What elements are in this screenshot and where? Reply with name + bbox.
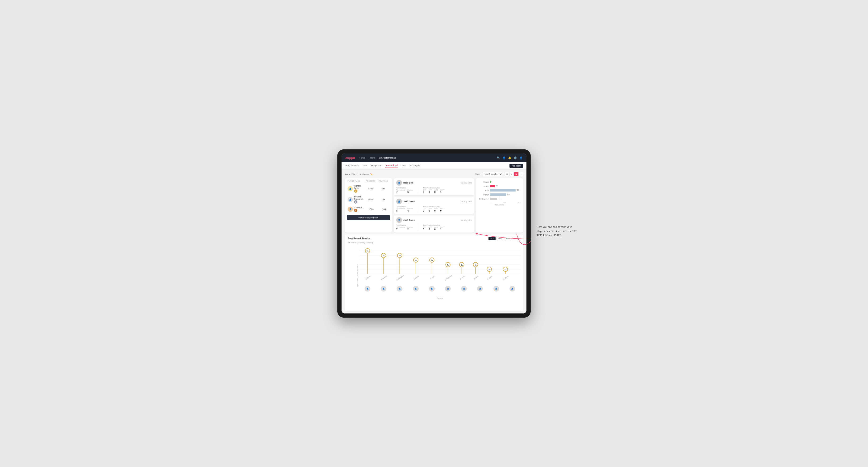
pc-stats-3: Total Rounds Tournament 7 Practice: [396, 224, 472, 231]
tab-hcaps[interactable]: Hcaps 1-5: [371, 164, 381, 167]
edit-icon[interactable]: ✏️: [370, 173, 373, 175]
pc-name-2: Josh Coles: [403, 200, 415, 203]
view-icons: ⊞ ≡ ▦ ↕: [505, 172, 523, 176]
player-info-1: 👤 Richard Butler 1: [348, 185, 363, 193]
lb-row-2[interactable]: 👤 Edward Crossman 2 18/20 107: [347, 194, 390, 205]
pc-tournament-1: 7: [396, 191, 405, 193]
tab-tour[interactable]: Tour: [401, 164, 406, 167]
bar-label-bogeys: Bogeys: [478, 194, 489, 196]
pc-avatar-3: 👤: [396, 217, 402, 223]
player-name-badge-1: Richard Butler 1: [354, 185, 363, 193]
svg-text:E. Ebert: E. Ebert: [365, 276, 371, 280]
filter-icon[interactable]: ↕: [519, 172, 523, 176]
streak-avatar-1: 👤: [365, 286, 370, 291]
col-player-name: PLAYER NAME: [348, 180, 363, 182]
player-avatars-row: 👤 👤 👤 👤 👤 👤 👤 👤 👤 👤: [360, 285, 520, 291]
bar-value-birdies: 96: [496, 185, 497, 187]
settings-icon[interactable]: ⚙️: [514, 156, 517, 159]
bar-label-dbogeys: D. Bogeys +: [478, 198, 489, 200]
streak-chart-container: Best Streak, Fairway Accuracy 7 6: [348, 246, 520, 309]
lb-row-3[interactable]: 👤 Cameron... 3 17/20 103: [347, 205, 390, 213]
svg-text:5x: 5x: [431, 259, 433, 261]
svg-text:6x: 6x: [383, 255, 385, 257]
tab-team-clippd[interactable]: Team Clippd: [385, 164, 398, 167]
pc-name-3: Josh Coles: [403, 219, 415, 221]
pc-app-1: 0: [429, 191, 432, 193]
view-full-leaderboard-button[interactable]: View Full Leaderboard: [347, 215, 390, 220]
streaks-header: Best Round Streaks OTT APP ARG PUTT: [348, 237, 520, 240]
lb-row-1[interactable]: 👤 Richard Butler 1 19/20 110: [347, 184, 390, 194]
card-view-icon[interactable]: ▦: [514, 172, 519, 176]
list-view-icon[interactable]: ≡: [509, 172, 514, 176]
bar-label-eagles: Eagles: [478, 181, 489, 183]
annotation-text: Here you can see streaks your players ha…: [536, 225, 577, 237]
pc-date-2: 26 Aug 2023: [461, 200, 472, 203]
grid-view-icon[interactable]: ⊞: [505, 172, 509, 176]
streaks-section: Best Round Streaks OTT APP ARG PUTT Off …: [345, 235, 523, 311]
rank-badge-3: 3: [354, 209, 357, 212]
leaderboard-panel: PLAYER NAME PB SCORE PB AVG SQ 👤 Richard…: [345, 178, 392, 232]
pc-avatar-1: 👤: [396, 180, 402, 186]
player-name-badge-2: Edward Crossman 2: [354, 195, 363, 204]
period-select[interactable]: Last 3 months: [482, 172, 503, 176]
player-name-3: Cameron...: [354, 206, 364, 209]
nav-my-performance[interactable]: My Performance: [379, 157, 396, 159]
streak-tab-app[interactable]: APP: [496, 237, 503, 240]
streak-tab-arg[interactable]: ARG: [504, 237, 512, 240]
rank-badge-2: 2: [354, 200, 357, 204]
pc-header-2: 👤 Josh Coles 26 Aug 2023: [396, 198, 472, 204]
bar-pars: [490, 189, 516, 191]
col-pb-avg: PB AVG SQ: [377, 180, 389, 182]
streak-avatar-6: 👤: [445, 286, 451, 291]
pc-total-rounds-1: Total Rounds Tournament 7 Practice: [396, 187, 413, 193]
add-team-button[interactable]: Add Team: [509, 164, 523, 168]
chart-axis: 0 200 400: [478, 201, 521, 203]
bar-birdies: [490, 185, 495, 187]
player-avg-2: 107: [377, 198, 389, 201]
pc-avatar-2: 👤: [396, 198, 402, 204]
nav-home[interactable]: Home: [359, 157, 365, 159]
pc-name-1: Rees Britt: [403, 182, 413, 184]
pc-date-3: 26 Aug 2023: [461, 219, 472, 221]
tab-pgat[interactable]: PGAT Players: [345, 164, 359, 167]
nav-teams[interactable]: Teams: [368, 157, 375, 159]
player-name-badge-3: Cameron... 3: [354, 206, 364, 212]
svg-text:4x: 4x: [461, 264, 463, 266]
tab-all-players[interactable]: All Players: [409, 164, 420, 167]
streak-tab-putt[interactable]: PUTT: [512, 237, 520, 240]
user-icon[interactable]: 👤: [502, 156, 506, 159]
axis-200: 200: [503, 201, 506, 203]
bar-row-eagles: Eagles 3: [478, 181, 521, 183]
svg-text:3x: 3x: [504, 269, 506, 270]
pc-practice-activities-1: Total Practice Activities OTT 0 APP: [423, 187, 444, 193]
bar-row-bogeys: Bogeys 311: [478, 193, 521, 196]
pc-name-row-1: 👤 Rees Britt: [396, 180, 413, 186]
player-score-1: 19/20: [363, 187, 377, 190]
player-avg-3: 103: [378, 208, 390, 210]
player-count: 14 Players: [359, 173, 369, 176]
pc-putt-1: 1: [440, 191, 444, 193]
streaks-title: Best Round Streaks: [348, 237, 370, 240]
player-name-2: Edward Crossman: [354, 195, 363, 200]
team-controls: Show Last 3 months ⊞ ≡ ▦ ↕: [475, 172, 523, 176]
pc-date-1: 02 Sep 2023: [461, 182, 472, 184]
pc-name-row-2: 👤 Josh Coles: [396, 198, 415, 204]
tablet-screen: clippd Home Teams My Performance 🔍 👤 🔔 ⚙…: [342, 154, 526, 313]
app-logo: clippd: [345, 156, 355, 160]
avatar-3: 👤: [348, 207, 353, 212]
svg-text:7x: 7x: [367, 250, 368, 252]
streaks-subtitle: Off The Tee, Fairway Accuracy: [348, 242, 520, 244]
streak-tab-ott[interactable]: OTT: [489, 237, 496, 240]
svg-text:R. Butler: R. Butler: [487, 275, 493, 280]
two-col-layout: PLAYER NAME PB SCORE PB AVG SQ 👤 Richard…: [345, 178, 523, 232]
svg-text:4x: 4x: [447, 264, 449, 266]
avatar-icon[interactable]: 👤: [519, 156, 523, 159]
search-icon[interactable]: 🔍: [497, 156, 500, 159]
svg-text:C. Quick: C. Quick: [503, 275, 509, 280]
svg-text:E. Crossman: E. Crossman: [444, 275, 453, 281]
bell-icon[interactable]: 🔔: [508, 156, 512, 159]
bar-eagles: [490, 181, 491, 183]
pc-stats-2: Total Rounds Tournament 8 Practice: [396, 206, 472, 212]
tab-pga[interactable]: PGA: [363, 164, 367, 167]
nav-links: Home Teams My Performance: [359, 157, 493, 159]
